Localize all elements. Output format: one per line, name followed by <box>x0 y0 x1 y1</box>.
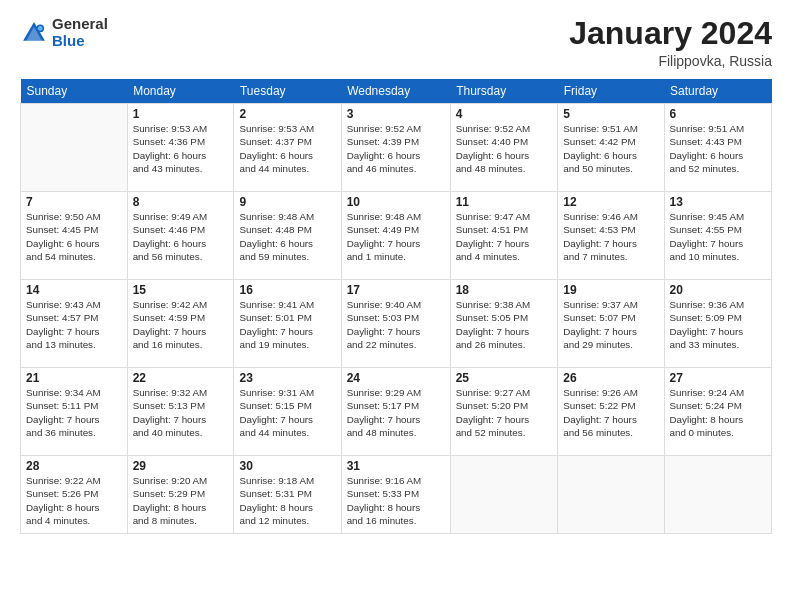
day-info: Sunrise: 9:48 AMSunset: 4:49 PMDaylight:… <box>347 210 445 263</box>
day-number: 28 <box>26 459 122 473</box>
table-cell: 16Sunrise: 9:41 AMSunset: 5:01 PMDayligh… <box>234 280 341 368</box>
day-info: Sunrise: 9:48 AMSunset: 4:48 PMDaylight:… <box>239 210 335 263</box>
week-row-1: 1Sunrise: 9:53 AMSunset: 4:36 PMDaylight… <box>21 104 772 192</box>
week-row-2: 7Sunrise: 9:50 AMSunset: 4:45 PMDaylight… <box>21 192 772 280</box>
table-cell: 4Sunrise: 9:52 AMSunset: 4:40 PMDaylight… <box>450 104 558 192</box>
day-info: Sunrise: 9:16 AMSunset: 5:33 PMDaylight:… <box>347 474 445 527</box>
day-number: 13 <box>670 195 766 209</box>
day-number: 18 <box>456 283 553 297</box>
day-number: 2 <box>239 107 335 121</box>
title-block: January 2024 Filippovka, Russia <box>569 16 772 69</box>
table-cell: 2Sunrise: 9:53 AMSunset: 4:37 PMDaylight… <box>234 104 341 192</box>
day-info: Sunrise: 9:37 AMSunset: 5:07 PMDaylight:… <box>563 298 658 351</box>
header-saturday: Saturday <box>664 79 771 104</box>
day-info: Sunrise: 9:52 AMSunset: 4:40 PMDaylight:… <box>456 122 553 175</box>
day-number: 7 <box>26 195 122 209</box>
day-number: 21 <box>26 371 122 385</box>
day-number: 27 <box>670 371 766 385</box>
table-cell: 30Sunrise: 9:18 AMSunset: 5:31 PMDayligh… <box>234 456 341 534</box>
svg-point-3 <box>38 26 43 31</box>
day-info: Sunrise: 9:32 AMSunset: 5:13 PMDaylight:… <box>133 386 229 439</box>
day-number: 20 <box>670 283 766 297</box>
table-cell: 9Sunrise: 9:48 AMSunset: 4:48 PMDaylight… <box>234 192 341 280</box>
table-cell: 18Sunrise: 9:38 AMSunset: 5:05 PMDayligh… <box>450 280 558 368</box>
table-cell: 6Sunrise: 9:51 AMSunset: 4:43 PMDaylight… <box>664 104 771 192</box>
day-info: Sunrise: 9:42 AMSunset: 4:59 PMDaylight:… <box>133 298 229 351</box>
day-number: 23 <box>239 371 335 385</box>
calendar-header-row: Sunday Monday Tuesday Wednesday Thursday… <box>21 79 772 104</box>
header-monday: Monday <box>127 79 234 104</box>
month-title: January 2024 <box>569 16 772 51</box>
day-number: 8 <box>133 195 229 209</box>
header-sunday: Sunday <box>21 79 128 104</box>
page-header: General Blue January 2024 Filippovka, Ru… <box>20 16 772 69</box>
logo-general-text: General <box>52 15 108 32</box>
day-info: Sunrise: 9:38 AMSunset: 5:05 PMDaylight:… <box>456 298 553 351</box>
table-cell: 3Sunrise: 9:52 AMSunset: 4:39 PMDaylight… <box>341 104 450 192</box>
table-cell <box>21 104 128 192</box>
day-info: Sunrise: 9:47 AMSunset: 4:51 PMDaylight:… <box>456 210 553 263</box>
table-cell: 23Sunrise: 9:31 AMSunset: 5:15 PMDayligh… <box>234 368 341 456</box>
table-cell: 7Sunrise: 9:50 AMSunset: 4:45 PMDaylight… <box>21 192 128 280</box>
day-number: 15 <box>133 283 229 297</box>
table-cell: 24Sunrise: 9:29 AMSunset: 5:17 PMDayligh… <box>341 368 450 456</box>
table-cell <box>450 456 558 534</box>
day-number: 16 <box>239 283 335 297</box>
header-tuesday: Tuesday <box>234 79 341 104</box>
day-number: 4 <box>456 107 553 121</box>
day-info: Sunrise: 9:34 AMSunset: 5:11 PMDaylight:… <box>26 386 122 439</box>
day-number: 19 <box>563 283 658 297</box>
table-cell: 29Sunrise: 9:20 AMSunset: 5:29 PMDayligh… <box>127 456 234 534</box>
table-cell: 21Sunrise: 9:34 AMSunset: 5:11 PMDayligh… <box>21 368 128 456</box>
day-info: Sunrise: 9:29 AMSunset: 5:17 PMDaylight:… <box>347 386 445 439</box>
day-number: 30 <box>239 459 335 473</box>
table-cell: 19Sunrise: 9:37 AMSunset: 5:07 PMDayligh… <box>558 280 664 368</box>
table-cell: 25Sunrise: 9:27 AMSunset: 5:20 PMDayligh… <box>450 368 558 456</box>
day-info: Sunrise: 9:41 AMSunset: 5:01 PMDaylight:… <box>239 298 335 351</box>
table-cell: 14Sunrise: 9:43 AMSunset: 4:57 PMDayligh… <box>21 280 128 368</box>
day-number: 17 <box>347 283 445 297</box>
table-cell: 11Sunrise: 9:47 AMSunset: 4:51 PMDayligh… <box>450 192 558 280</box>
day-number: 12 <box>563 195 658 209</box>
day-info: Sunrise: 9:52 AMSunset: 4:39 PMDaylight:… <box>347 122 445 175</box>
logo-blue-text: Blue <box>52 32 85 49</box>
table-cell: 12Sunrise: 9:46 AMSunset: 4:53 PMDayligh… <box>558 192 664 280</box>
week-row-4: 21Sunrise: 9:34 AMSunset: 5:11 PMDayligh… <box>21 368 772 456</box>
table-cell: 5Sunrise: 9:51 AMSunset: 4:42 PMDaylight… <box>558 104 664 192</box>
table-cell <box>664 456 771 534</box>
day-number: 3 <box>347 107 445 121</box>
day-info: Sunrise: 9:22 AMSunset: 5:26 PMDaylight:… <box>26 474 122 527</box>
week-row-3: 14Sunrise: 9:43 AMSunset: 4:57 PMDayligh… <box>21 280 772 368</box>
day-info: Sunrise: 9:31 AMSunset: 5:15 PMDaylight:… <box>239 386 335 439</box>
day-info: Sunrise: 9:20 AMSunset: 5:29 PMDaylight:… <box>133 474 229 527</box>
day-number: 5 <box>563 107 658 121</box>
day-info: Sunrise: 9:53 AMSunset: 4:36 PMDaylight:… <box>133 122 229 175</box>
day-info: Sunrise: 9:53 AMSunset: 4:37 PMDaylight:… <box>239 122 335 175</box>
table-cell: 22Sunrise: 9:32 AMSunset: 5:13 PMDayligh… <box>127 368 234 456</box>
table-cell: 17Sunrise: 9:40 AMSunset: 5:03 PMDayligh… <box>341 280 450 368</box>
day-info: Sunrise: 9:27 AMSunset: 5:20 PMDaylight:… <box>456 386 553 439</box>
day-number: 6 <box>670 107 766 121</box>
day-info: Sunrise: 9:50 AMSunset: 4:45 PMDaylight:… <box>26 210 122 263</box>
day-number: 1 <box>133 107 229 121</box>
table-cell <box>558 456 664 534</box>
day-number: 31 <box>347 459 445 473</box>
day-number: 14 <box>26 283 122 297</box>
logo: General Blue <box>20 16 108 49</box>
day-info: Sunrise: 9:24 AMSunset: 5:24 PMDaylight:… <box>670 386 766 439</box>
table-cell: 27Sunrise: 9:24 AMSunset: 5:24 PMDayligh… <box>664 368 771 456</box>
week-row-5: 28Sunrise: 9:22 AMSunset: 5:26 PMDayligh… <box>21 456 772 534</box>
day-info: Sunrise: 9:43 AMSunset: 4:57 PMDaylight:… <box>26 298 122 351</box>
day-number: 22 <box>133 371 229 385</box>
day-info: Sunrise: 9:46 AMSunset: 4:53 PMDaylight:… <box>563 210 658 263</box>
table-cell: 10Sunrise: 9:48 AMSunset: 4:49 PMDayligh… <box>341 192 450 280</box>
table-cell: 20Sunrise: 9:36 AMSunset: 5:09 PMDayligh… <box>664 280 771 368</box>
day-info: Sunrise: 9:18 AMSunset: 5:31 PMDaylight:… <box>239 474 335 527</box>
day-number: 9 <box>239 195 335 209</box>
table-cell: 26Sunrise: 9:26 AMSunset: 5:22 PMDayligh… <box>558 368 664 456</box>
day-number: 10 <box>347 195 445 209</box>
day-info: Sunrise: 9:51 AMSunset: 4:42 PMDaylight:… <box>563 122 658 175</box>
day-info: Sunrise: 9:36 AMSunset: 5:09 PMDaylight:… <box>670 298 766 351</box>
location: Filippovka, Russia <box>569 53 772 69</box>
day-number: 24 <box>347 371 445 385</box>
